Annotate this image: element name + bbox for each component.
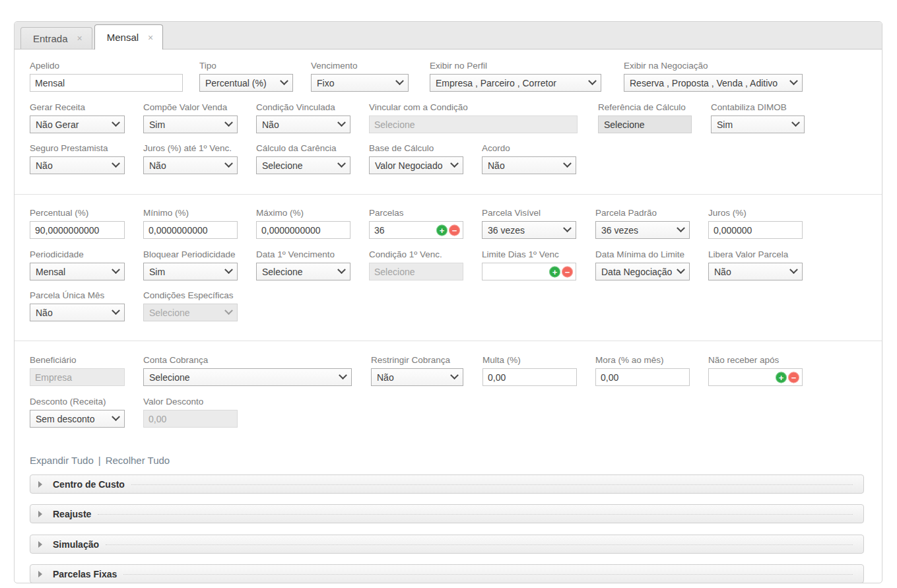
vencimento-select[interactable]: Fixo bbox=[311, 74, 409, 92]
acordo-select[interactable]: Não bbox=[482, 156, 576, 174]
close-icon[interactable]: × bbox=[148, 33, 153, 42]
chevron-down-icon bbox=[337, 265, 346, 274]
collapse-all-link[interactable]: Recolher Tudo bbox=[106, 455, 170, 466]
valor-desconto-input bbox=[143, 410, 238, 428]
data-primeiro-vencimento-select[interactable]: Selecione bbox=[256, 263, 350, 280]
data-minima-limite-label: Data Mínima do Limite bbox=[595, 249, 690, 259]
remove-icon[interactable]: − bbox=[562, 266, 573, 277]
vincular-condicao-input bbox=[369, 115, 578, 133]
multa-label: Multa (%) bbox=[482, 355, 577, 365]
parcela-padrao-label: Parcela Padrão bbox=[595, 208, 690, 218]
chevron-down-icon bbox=[450, 159, 459, 168]
chevron-down-icon bbox=[112, 118, 120, 127]
tipo-label: Tipo bbox=[199, 61, 293, 71]
mora-input[interactable] bbox=[595, 368, 690, 386]
remove-icon[interactable]: − bbox=[449, 224, 460, 236]
accordion-reajuste[interactable]: Reajuste bbox=[30, 504, 864, 523]
chevron-down-icon bbox=[112, 159, 120, 168]
mora-label: Mora (% ao mês) bbox=[595, 355, 690, 365]
exibir-negociacao-select[interactable]: Reserva , Proposta , Venda , Aditivo bbox=[624, 74, 803, 92]
seguro-prestamista-label: Seguro Prestamista bbox=[30, 143, 125, 153]
expand-all-link[interactable]: Expandir Tudo bbox=[30, 455, 94, 466]
add-icon[interactable]: + bbox=[549, 266, 560, 277]
accordion-centro-de-custo[interactable]: Centro de Custo bbox=[30, 474, 864, 494]
remove-icon[interactable]: − bbox=[788, 372, 799, 383]
conta-cobranca-select[interactable]: Selecione bbox=[143, 368, 352, 386]
tab-mensal[interactable]: Mensal × bbox=[94, 24, 164, 49]
parcela-unica-mes-select[interactable]: Não bbox=[30, 304, 125, 321]
add-icon[interactable]: + bbox=[776, 372, 787, 383]
valor-desconto-label: Valor Desconto bbox=[143, 397, 238, 407]
contabiliza-dimob-select[interactable]: Sim bbox=[711, 115, 805, 133]
apelido-input[interactable] bbox=[30, 74, 183, 92]
parcelas-label: Parcelas bbox=[369, 208, 463, 218]
juros-input[interactable] bbox=[708, 221, 803, 239]
condicao-primeiro-venc-input bbox=[369, 263, 463, 280]
condition-form: Apelido Tipo Percentual (%) Vencimento F… bbox=[15, 49, 882, 583]
contabiliza-dimob-label: Contabiliza DIMOB bbox=[711, 102, 805, 112]
accordion-parcelas-fixas[interactable]: Parcelas Fixas bbox=[30, 564, 864, 583]
gerar-receita-select[interactable]: Não Gerar bbox=[30, 115, 125, 133]
tab-entrada[interactable]: Entrada × bbox=[20, 27, 92, 49]
chevron-down-icon bbox=[224, 159, 233, 168]
calculo-carencia-select[interactable]: Selecione bbox=[256, 156, 350, 174]
exibir-perfil-label: Exibir no Perfil bbox=[430, 61, 601, 71]
link-separator: | bbox=[98, 455, 101, 466]
add-icon[interactable]: + bbox=[436, 224, 448, 236]
juros-ate-venc-select[interactable]: Não bbox=[143, 156, 238, 174]
beneficiario-input bbox=[30, 368, 125, 386]
parcela-visivel-label: Parcela Visível bbox=[482, 208, 576, 218]
parcela-visivel-select[interactable]: 36 vezes bbox=[482, 221, 576, 239]
exibir-perfil-select[interactable]: Empresa , Parceiro , Corretor bbox=[430, 74, 601, 92]
tab-entrada-label: Entrada bbox=[33, 33, 68, 44]
base-calculo-label: Base de Cálculo bbox=[369, 143, 463, 153]
dotted-rule bbox=[106, 544, 853, 545]
limite-dias-label: Limite Dias 1º Venc bbox=[482, 249, 576, 259]
chevron-down-icon bbox=[224, 306, 233, 315]
base-calculo-select[interactable]: Valor Negociado bbox=[369, 156, 463, 174]
acordo-label: Acordo bbox=[482, 143, 576, 153]
compoe-valor-venda-select[interactable]: Sim bbox=[143, 115, 238, 133]
juros-label: Juros (%) bbox=[708, 208, 803, 218]
expand-arrow-icon bbox=[38, 571, 42, 577]
maximo-input[interactable] bbox=[256, 221, 350, 239]
chevron-down-icon bbox=[337, 159, 346, 168]
dotted-rule bbox=[123, 574, 853, 575]
minimo-input[interactable] bbox=[143, 221, 238, 239]
expand-arrow-icon bbox=[38, 481, 42, 488]
condicoes-especificas-label: Condições Específicas bbox=[143, 290, 238, 300]
chevron-down-icon bbox=[112, 306, 120, 315]
chevron-down-icon bbox=[112, 412, 120, 421]
multa-input[interactable] bbox=[482, 368, 577, 386]
parcela-padrao-select[interactable]: 36 vezes bbox=[595, 221, 690, 239]
chevron-down-icon bbox=[563, 159, 572, 168]
desconto-receita-select[interactable]: Sem desconto bbox=[30, 410, 125, 428]
data-primeiro-vencimento-label: Data 1º Vencimento bbox=[256, 249, 350, 259]
percentual-input[interactable] bbox=[30, 221, 125, 239]
close-icon[interactable]: × bbox=[77, 34, 83, 43]
section-divider bbox=[15, 341, 882, 341]
referencia-calculo-select: Selecione bbox=[598, 115, 692, 133]
accordion-actions: Expandir Tudo|Recolher Tudo bbox=[30, 455, 170, 466]
calculo-carencia-label: Cálculo da Carência bbox=[256, 143, 350, 153]
bloquear-periodicidade-select[interactable]: Sim bbox=[143, 263, 238, 280]
bloquear-periodicidade-label: Bloquear Periodicidade bbox=[143, 249, 238, 259]
accordion-simulacao[interactable]: Simulação bbox=[30, 535, 864, 554]
maximo-label: Máximo (%) bbox=[256, 208, 350, 218]
condicao-primeiro-venc-label: Condição 1º Venc. bbox=[369, 249, 463, 259]
data-minima-limite-select[interactable]: Data Negociação bbox=[595, 263, 690, 280]
tab-bar: Entrada × Mensal × bbox=[15, 22, 882, 49]
vincular-condicao-label: Vincular com a Condição bbox=[369, 102, 578, 112]
periodicidade-select[interactable]: Mensal bbox=[30, 263, 125, 280]
seguro-prestamista-select[interactable]: Não bbox=[30, 156, 125, 174]
condicao-vinculada-label: Condição Vinculada bbox=[256, 102, 350, 112]
chevron-down-icon bbox=[339, 371, 347, 379]
condicao-vinculada-select[interactable]: Não bbox=[256, 115, 350, 133]
libera-valor-parcela-select[interactable]: Não bbox=[708, 263, 803, 280]
chevron-down-icon bbox=[677, 265, 685, 274]
tipo-select[interactable]: Percentual (%) bbox=[199, 74, 293, 92]
tab-mensal-label: Mensal bbox=[107, 32, 139, 43]
chevron-down-icon bbox=[450, 371, 459, 379]
restringir-cobranca-select[interactable]: Não bbox=[371, 368, 463, 386]
chevron-down-icon bbox=[677, 224, 685, 232]
